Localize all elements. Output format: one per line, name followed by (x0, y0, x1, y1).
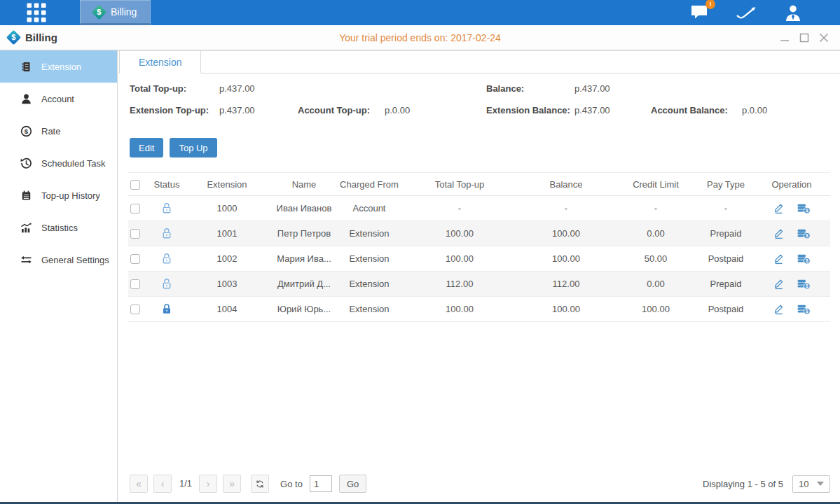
last-page-button[interactable]: » (223, 475, 241, 493)
balance-cell: 100.00 (519, 221, 613, 246)
row-checkbox[interactable] (130, 229, 140, 239)
taskbar-tab-billing[interactable]: $ Billing (80, 0, 151, 25)
table-row-extension-1000: 1000Иван ИвановAccount----$ (128, 196, 830, 221)
row-checkbox[interactable] (130, 279, 140, 289)
sidebar-item-label: General Settings (41, 255, 109, 265)
extension-cell: 1002 (184, 246, 270, 272)
row-checkbox[interactable] (130, 304, 140, 314)
row-checkbox-cell (128, 196, 149, 221)
first-page-button[interactable]: « (130, 475, 148, 493)
notification-badge: ! (705, 0, 715, 9)
grid-icon (26, 2, 47, 23)
window-title: $ Billing (8, 31, 57, 43)
status-cell (149, 297, 184, 322)
page-size-select[interactable]: 10 (792, 475, 830, 493)
pay-type-cell: Prepaid (698, 221, 753, 246)
column-header-name: Name (270, 173, 338, 196)
row-checkbox-cell (128, 221, 149, 246)
edit-pencil-icon[interactable] (773, 303, 785, 315)
lock-open-icon (161, 227, 172, 240)
operation-cell: $ (753, 221, 830, 246)
main-content: Extension Total Top-up: p.437.00 Balance… (118, 50, 840, 502)
lock-open-icon (161, 202, 172, 215)
go-button[interactable]: Go (339, 475, 366, 493)
column-header-extension: Extension (184, 173, 270, 196)
column-header-operation: Operation (753, 173, 830, 196)
column-header-pay-type: Pay Type (698, 173, 753, 196)
billing-window-icon: $ (6, 30, 21, 45)
svg-text:$: $ (806, 258, 808, 264)
extension-cell: 1000 (184, 196, 270, 221)
sidebar-item-general-settings[interactable]: General Settings (0, 244, 117, 276)
prev-page-button[interactable]: ‹ (153, 475, 172, 493)
status-cell (149, 246, 184, 272)
taskbar-right-icons: ! (690, 4, 802, 22)
messages-icon[interactable]: ! (690, 4, 709, 21)
sidebar-item-rate[interactable]: $Rate (0, 115, 117, 147)
lock-open-icon (161, 253, 172, 265)
refresh-button[interactable] (251, 475, 269, 493)
column-header-status: Status (149, 173, 184, 196)
table-row-extension-1001: 1001Петр ПетровExtension100.00100.000.00… (128, 221, 830, 246)
select-all-checkbox[interactable] (130, 180, 140, 190)
pay-type-cell: - (698, 196, 753, 221)
stats-chart-icon (20, 222, 32, 234)
top-up-button[interactable]: Top Up (170, 138, 216, 158)
topup-coins-icon[interactable]: $ (797, 304, 811, 315)
edit-pencil-icon[interactable] (773, 227, 785, 239)
goto-page-input[interactable] (310, 475, 332, 492)
spacer (118, 322, 840, 475)
table-row-extension-1002: 1002Мария Ива...Extension100.00100.0050.… (128, 246, 830, 272)
next-page-button[interactable]: › (199, 475, 217, 493)
column-header-balance: Balance (519, 173, 613, 196)
edit-button[interactable]: Edit (130, 138, 163, 158)
account-topup-value: p.0.00 (385, 105, 410, 115)
extension-cell: 1001 (184, 221, 270, 246)
sidebar-item-label: Scheduled Task (41, 158, 106, 169)
row-checkbox[interactable] (130, 254, 140, 264)
charged-from-cell: Account (338, 196, 400, 221)
extension-cell: 1003 (184, 272, 270, 297)
operation-cell: $ (753, 297, 830, 322)
ledger-icon (20, 61, 32, 73)
credit-limit-cell: 100.00 (613, 297, 698, 322)
balance-cell: 100.00 (519, 297, 613, 322)
total-topup-label: Total Top-up: (130, 83, 186, 94)
header-checkbox-cell (128, 173, 149, 196)
credit-limit-cell: 0.00 (613, 272, 698, 297)
name-cell: Юрий Юрь... (270, 297, 338, 322)
billing-app-icon: $ (92, 4, 106, 19)
lock-open-icon (161, 278, 172, 290)
account-balance-label: Account Balance: (651, 105, 728, 115)
edit-pencil-icon[interactable] (773, 278, 785, 290)
row-checkbox[interactable] (130, 204, 140, 214)
charged-from-cell: Extension (338, 297, 400, 322)
sidebar-item-label: Statistics (41, 223, 78, 233)
sidebar-item-statistics[interactable]: Statistics (0, 211, 117, 244)
sidebar-item-scheduled-task[interactable]: Scheduled Task (0, 147, 117, 179)
charged-from-cell: Extension (338, 221, 400, 246)
taskbar-tab-label: Billing (111, 6, 137, 18)
topup-coins-icon[interactable]: $ (797, 253, 811, 265)
total-topup-cell: - (400, 196, 519, 221)
account-topup-label: Account Top-up: (298, 105, 370, 115)
minimize-icon[interactable] (780, 33, 790, 43)
sidebar-item-top-up-history[interactable]: Top-up History (0, 179, 117, 211)
app-launcher-grid-icon[interactable] (25, 1, 48, 24)
statistics-chart-icon[interactable] (736, 5, 757, 21)
tab-extension[interactable]: Extension (119, 51, 201, 74)
sidebar-item-account[interactable]: Account (0, 83, 117, 115)
edit-pencil-icon[interactable] (773, 253, 785, 265)
extension-table: StatusExtensionNameCharged FromTotal Top… (128, 172, 830, 322)
user-account-icon[interactable] (784, 4, 802, 22)
sidebar-item-extension[interactable]: Extension (0, 50, 117, 83)
edit-pencil-icon[interactable] (773, 202, 785, 214)
action-buttons: Edit Top Up (130, 138, 840, 158)
topup-coins-icon[interactable]: $ (797, 203, 811, 214)
maximize-icon[interactable] (799, 33, 809, 43)
close-icon[interactable] (819, 33, 829, 43)
sidebar-item-label: Extension (41, 62, 81, 72)
topup-coins-icon[interactable]: $ (797, 228, 811, 239)
extension-topup-value: p.437.00 (219, 105, 255, 115)
topup-coins-icon[interactable]: $ (797, 279, 811, 290)
